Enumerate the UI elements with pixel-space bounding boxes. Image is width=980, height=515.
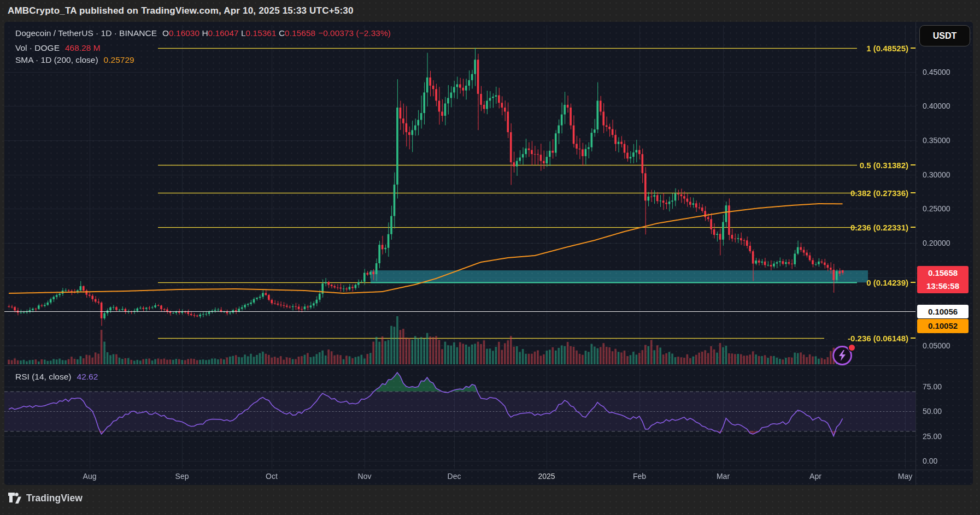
rsi-legend-row[interactable]: RSI (14, close)42.62 <box>15 372 98 382</box>
fib-label-dash <box>911 48 916 49</box>
tradingview-logo-icon <box>8 492 22 504</box>
ohlc-number: 0.16047 <box>208 28 239 38</box>
fib-level-label: 0.236 (0.22331) <box>744 222 908 232</box>
volume-value: 468.28 M <box>65 43 101 52</box>
snapshot-header: AMBCrypto_TA published on TradingView.co… <box>0 0 980 22</box>
symbol-legend-row[interactable]: Dogecoin / TetherUS · 1D · BINANCEO0.160… <box>15 28 391 38</box>
tradingview-snapshot: AMBCrypto_TA published on TradingView.co… <box>0 0 980 515</box>
last-price-value: 0.15658 <box>917 267 969 280</box>
fib-label-dash <box>911 164 916 165</box>
rsi-axis-label: 75.00 <box>923 382 942 391</box>
fib-level-label: 0 (0.14239) <box>744 278 908 287</box>
time-axis-label: Oct <box>266 472 278 481</box>
page-title: AMBCrypto_TA published on TradingView.co… <box>8 5 354 16</box>
ohlc-letter: O <box>162 28 169 38</box>
ohlc-number: 0.15658 <box>285 28 315 38</box>
fib-label-dash <box>911 282 916 283</box>
sma-value: 0.25729 <box>104 55 134 64</box>
fib-level-label: 0.382 (0.27336) <box>744 188 908 198</box>
ohlc-letter: L <box>239 28 246 38</box>
last-price-badge: 0.15658 13:56:58 <box>917 266 969 293</box>
rsi-axis-label: 50.00 <box>923 407 942 416</box>
price-axis-label: 0.30000 <box>923 170 950 179</box>
ohlc-letter: C <box>277 28 285 38</box>
bar-countdown: 13:56:58 <box>917 280 969 293</box>
price-axis-label: 0.05000 <box>923 341 950 350</box>
volume-legend-row[interactable]: Vol · DOGE468.28 M <box>15 43 101 53</box>
price-axis-label: 0.40000 <box>923 102 950 110</box>
time-axis-label: Nov <box>358 472 372 481</box>
tradingview-brand[interactable]: TradingView <box>8 492 83 504</box>
ohlc-number: 0.15361 <box>246 28 277 38</box>
change-value: −0.00373 (−2.33%) <box>318 28 391 38</box>
time-axis-label: Dec <box>448 472 461 481</box>
time-axis-label: Sep <box>175 472 189 481</box>
ohlc-number: 0.16030 <box>169 28 199 38</box>
sma-legend-row[interactable]: SMA · 1D (200, close)0.25729 <box>15 55 134 65</box>
rsi-axis-label: 0.00 <box>923 457 937 465</box>
time-axis-label: 2025 <box>538 472 555 481</box>
fib-level-label: 0.5 (0.31382) <box>744 161 908 170</box>
rsi-axis-label: 25.00 <box>923 432 942 441</box>
fib-level-label: 1 (0.48525) <box>744 43 908 52</box>
fib-label-dash <box>911 192 916 193</box>
fib-level-label: -0.236 (0.06148) <box>744 333 908 342</box>
time-axis-label: Apr <box>809 472 821 481</box>
sma-label: SMA · 1D (200, close) <box>15 55 98 64</box>
price-axis-label: 0.20000 <box>923 239 950 247</box>
time-axis-label: Mar <box>717 472 730 481</box>
indicator-price-badge: 0.10052 <box>917 319 969 333</box>
symbol-title: Dogecoin / TetherUS · 1D · BINANCE <box>15 28 157 38</box>
fib-label-dash <box>911 227 916 228</box>
price-axis-label: 0.25000 <box>923 204 950 213</box>
brand-wordmark: TradingView <box>26 493 83 504</box>
ohlc-letter: H <box>199 28 208 38</box>
ohlc-values: O0.16030 H0.16047 L0.15361 C0.15658 <box>162 28 315 38</box>
notification-dot <box>848 344 856 352</box>
volume-label: Vol · DOGE <box>15 43 60 52</box>
flash-event-marker-icon[interactable] <box>831 344 852 364</box>
rsi-label: RSI (14, close) <box>15 372 72 381</box>
price-axis-label: 0.35000 <box>923 136 950 145</box>
fib-label-dash <box>911 338 916 339</box>
rsi-value: 42.62 <box>77 372 98 381</box>
currency-toggle-label: USDT <box>933 31 957 41</box>
price-axis-label: 0.45000 <box>923 68 950 76</box>
time-axis-label: Aug <box>83 472 97 481</box>
time-axis-label: Feb <box>633 472 646 481</box>
currency-toggle-button[interactable]: USDT <box>919 25 970 46</box>
time-axis-label: May <box>898 472 912 481</box>
price-chart-canvas[interactable] <box>0 0 980 515</box>
hline-price-badge: 0.10056 <box>917 305 969 318</box>
